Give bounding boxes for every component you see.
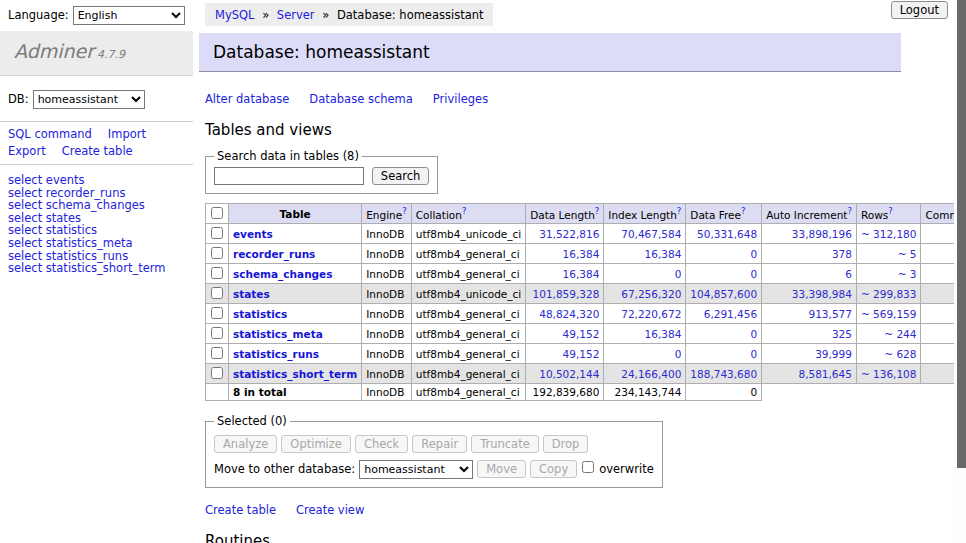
selected-legend: Selected (0): [214, 414, 290, 428]
table-name-link[interactable]: statistics: [233, 308, 287, 320]
table-name-link[interactable]: states: [233, 288, 270, 300]
table-name-link[interactable]: statistics_runs: [233, 348, 319, 360]
index-length-cell: 16,384: [604, 244, 686, 264]
table-name-link[interactable]: recorder_runs: [233, 248, 315, 260]
sidebar-select-link[interactable]: select statistics_short_term: [8, 261, 165, 275]
copy-button[interactable]: Copy: [530, 460, 577, 478]
collation-cell: utf8mb4_unicode_ci: [411, 224, 525, 244]
row-checkbox-cell: [206, 364, 229, 384]
collation-cell: utf8mb4_general_ci: [411, 244, 525, 264]
page-title: Database: homeassistant: [199, 33, 901, 72]
move-db-select[interactable]: homeassistant: [359, 460, 473, 479]
row-checkbox[interactable]: [211, 347, 223, 359]
table-name-link[interactable]: statistics_short_term: [233, 368, 357, 380]
row-checkbox[interactable]: [211, 227, 223, 239]
total-spacer-cell: [762, 384, 966, 401]
table-name-link[interactable]: events: [233, 228, 273, 240]
search-input[interactable]: [214, 167, 364, 185]
sidebar-action-link[interactable]: SQL command: [8, 127, 92, 141]
rows-count-cell: ~ 136,108: [856, 364, 921, 384]
rows-count-cell: ~ 299,833: [856, 284, 921, 304]
repair-button[interactable]: Repair: [412, 435, 467, 453]
create-link[interactable]: Create table: [205, 503, 276, 517]
column-label: Index Length: [608, 209, 676, 221]
column-help: ?: [595, 206, 600, 216]
table-name-cell: schema_changes: [229, 264, 362, 284]
index-length-cell: 67,256,320: [604, 284, 686, 304]
db-select[interactable]: homeassistant: [33, 90, 145, 109]
app-logo: Adminer4.7.9: [0, 31, 193, 76]
auto-increment-cell: 39,999: [762, 344, 857, 364]
breadcrumb-link-server[interactable]: Server: [277, 8, 315, 22]
drop-button[interactable]: Drop: [543, 435, 589, 453]
sidebar-actions-row2: ExportCreate table: [8, 145, 185, 159]
create-link[interactable]: Create view: [296, 503, 364, 517]
breadcrumb-separator: »: [322, 8, 329, 22]
table-name-link[interactable]: schema_changes: [233, 268, 333, 280]
auto-increment-cell: 325: [762, 324, 857, 344]
search-button[interactable]: Search: [372, 167, 430, 185]
table-row: schema_changesInnoDButf8mb4_general_ci16…: [206, 264, 966, 284]
column-header-rows: Rows?: [856, 204, 921, 224]
row-checkbox[interactable]: [211, 267, 223, 279]
column-help-link[interactable]: ?: [677, 206, 682, 216]
scrollbar-thumb[interactable]: [957, 0, 966, 468]
analyze-button[interactable]: Analyze: [214, 435, 277, 453]
column-header-auto-increment: Auto Increment?: [762, 204, 857, 224]
table-name-cell: statistics_meta: [229, 324, 362, 344]
column-help-link[interactable]: ?: [888, 206, 893, 216]
vertical-scrollbar[interactable]: [954, 0, 966, 543]
sidebar-action-link[interactable]: Export: [8, 144, 46, 158]
table-row: statistics_short_termInnoDButf8mb4_gener…: [206, 364, 966, 384]
database-link[interactable]: Privileges: [433, 92, 488, 106]
row-checkbox[interactable]: [211, 287, 223, 299]
row-checkbox[interactable]: [211, 247, 223, 259]
table-name-link[interactable]: statistics_meta: [233, 328, 323, 340]
optimize-button[interactable]: Optimize: [281, 435, 351, 453]
column-help-link[interactable]: ?: [595, 206, 600, 216]
tables-list-header: TableEngine?Collation?Data Length?Index …: [206, 204, 966, 224]
column-help-link[interactable]: ?: [847, 206, 852, 216]
collation-cell: utf8mb4_general_ci: [411, 344, 525, 364]
data-length-cell: 31,522,816: [526, 224, 604, 244]
column-help-link[interactable]: ?: [741, 206, 746, 216]
sidebar-action-link[interactable]: Import: [108, 127, 146, 141]
row-checkbox[interactable]: [211, 327, 223, 339]
breadcrumb-current: Database: homeassistant: [337, 8, 484, 22]
column-help: ?: [462, 206, 467, 216]
breadcrumb-link-mysql[interactable]: MySQL: [215, 8, 255, 22]
row-checkbox[interactable]: [211, 367, 223, 379]
table-row: statistics_metaInnoDButf8mb4_general_ci4…: [206, 324, 966, 344]
row-checkbox-cell: [206, 344, 229, 364]
data-free-cell: 188,743,680: [686, 364, 762, 384]
database-link[interactable]: Database schema: [309, 92, 412, 106]
row-checkbox-cell: [206, 244, 229, 264]
sidebar-action-link[interactable]: Create table: [62, 144, 133, 158]
select-all-checkbox[interactable]: [211, 207, 223, 219]
column-label: Table: [280, 208, 311, 220]
index-length-cell: 0: [604, 264, 686, 284]
database-link[interactable]: Alter database: [205, 92, 289, 106]
column-help-link[interactable]: ?: [462, 206, 467, 216]
rows-count-cell: ~ 244: [856, 324, 921, 344]
total-empty-cell: [206, 384, 229, 401]
column-help-link[interactable]: ?: [402, 206, 407, 216]
check-button[interactable]: Check: [355, 435, 408, 453]
overwrite-checkbox[interactable]: [582, 461, 594, 473]
collation-cell: utf8mb4_general_ci: [411, 264, 525, 284]
engine-cell: InnoDB: [362, 264, 412, 284]
table-name-cell: states: [229, 284, 362, 304]
search-legend: Search data in tables (8): [214, 149, 362, 163]
search-fieldset: Search data in tables (8) Search: [205, 149, 438, 194]
column-header-collation: Collation?: [411, 204, 525, 224]
move-button[interactable]: Move: [477, 460, 526, 478]
column-label: Collation: [416, 209, 462, 221]
column-help: ?: [847, 206, 852, 216]
row-checkbox[interactable]: [211, 307, 223, 319]
language-select[interactable]: English: [73, 6, 185, 25]
sidebar-table-links: select eventsselect recorder_runsselect …: [0, 174, 193, 275]
truncate-button[interactable]: Truncate: [471, 435, 539, 453]
logout-button[interactable]: Logout: [891, 1, 948, 19]
rows-count-cell: ~ 3: [856, 264, 921, 284]
total-data-free-cell: 0: [686, 384, 762, 401]
